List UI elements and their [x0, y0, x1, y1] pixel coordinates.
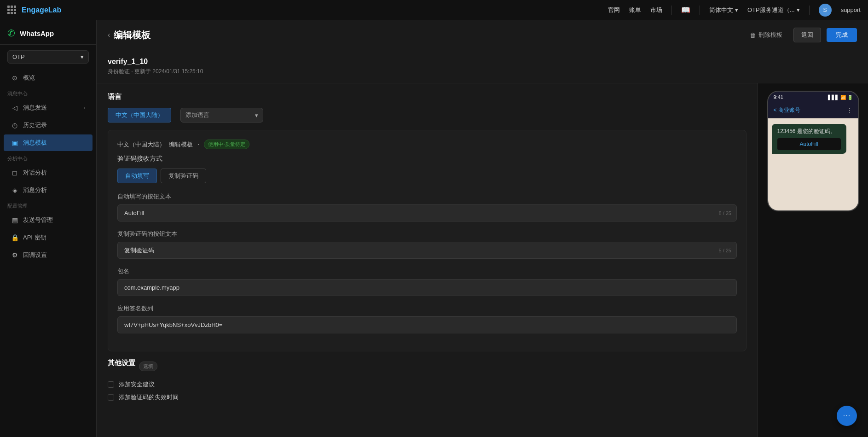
nav-link-home[interactable]: 官网 — [608, 6, 620, 14]
security-checkbox-item[interactable]: 添加安全建议 — [108, 380, 746, 389]
sidebar-item-label: 历史记录 — [23, 121, 47, 129]
security-checkbox[interactable] — [108, 381, 114, 388]
phone-time: 9:41 — [774, 94, 783, 100]
copy-code-tab[interactable]: 复制验证码 — [161, 169, 206, 183]
sidebar-item-overview[interactable]: ⊙ 概览 — [4, 70, 93, 86]
logo-text: EngageLab — [22, 6, 61, 14]
app-signature-input[interactable] — [117, 316, 737, 333]
auto-fill-tab[interactable]: 自动填写 — [117, 169, 157, 183]
autofill-char-count: 8 / 25 — [718, 210, 731, 216]
package-name-input[interactable] — [117, 279, 737, 296]
divider — [671, 6, 672, 15]
language-selector[interactable]: 简体中文 ▾ — [709, 6, 738, 14]
chat-dots-icon: ··· — [843, 412, 851, 420]
add-lang-placeholder: 添加语言 — [185, 111, 209, 119]
sidebar-item-conversation[interactable]: ◻ 对话分析 — [4, 164, 93, 181]
whatsapp-icon: ✆ — [7, 28, 15, 39]
read-icon[interactable]: 📖 — [681, 6, 690, 14]
sidebar-item-label: 概览 — [23, 74, 35, 82]
add-language-selector[interactable]: 添加语言 ▾ — [180, 108, 263, 122]
grid-menu-icon[interactable] — [7, 6, 16, 14]
sidebar-item-api[interactable]: 🔒 API 密钥 — [4, 229, 93, 246]
sidebar: ✆ WhatsApp OTP ▾ ⊙ 概览 消息中心 ◁ 消息发送 › ◷ 历史… — [0, 20, 97, 437]
api-icon: 🔒 — [11, 234, 18, 241]
copy-char-count: 5 / 25 — [718, 248, 731, 253]
edit-lang-name: 中文（中国大陆） — [117, 140, 165, 149]
send-icon: ◁ — [11, 104, 18, 111]
expiry-checkbox-item[interactable]: 添加验证码的失效时间 — [108, 393, 746, 402]
otp-section: 中文（中国大陆） 编辑模板 · 使用中-质量待定 验证码接收方式 自动填写 复制… — [108, 130, 746, 351]
user-avatar[interactable]: S — [819, 4, 832, 17]
wifi-icon: 📶 — [840, 95, 846, 100]
sidebar-brand: ✆ WhatsApp — [0, 20, 96, 45]
sidebar-item-templates[interactable]: ▣ 消息模板 — [4, 134, 93, 151]
edit-template-label: 编辑模板 — [169, 140, 193, 149]
phone-menu-icon[interactable]: ⋮ — [846, 107, 853, 114]
app-signature-label: 应用签名数列 — [117, 304, 737, 313]
back-button[interactable]: ‹ — [108, 31, 110, 39]
autofill-button-field: 自动填写的按钮文本 8 / 25 — [117, 192, 737, 221]
autofill-preview-button[interactable]: AutoFill — [777, 138, 841, 150]
user-name[interactable]: support — [841, 6, 861, 13]
sidebar-item-label: 消息模板 — [23, 139, 47, 147]
template-icon: ▣ — [11, 139, 18, 146]
user-initial: S — [823, 7, 827, 13]
expiry-checkbox[interactable] — [108, 394, 114, 401]
analysis-icon: ◈ — [11, 186, 18, 194]
otp-channel-selector[interactable]: OTP ▾ — [7, 50, 89, 64]
trash-icon: 🗑 — [750, 32, 756, 39]
sidebar-item-history[interactable]: ◷ 历史记录 — [4, 117, 93, 134]
autofill-button-label: 自动填写的按钮文本 — [117, 192, 737, 201]
copy-button-input[interactable] — [117, 242, 737, 259]
receive-mode-label: 验证码接收方式 — [117, 155, 737, 163]
receive-mode-tabs: 自动填写 复制验证码 — [117, 169, 737, 183]
sidebar-item-label: 消息发送 — [23, 104, 47, 112]
sidebar-item-callback[interactable]: ⚙ 回调设置 — [4, 247, 93, 263]
app-logo: EngageLab — [22, 6, 61, 14]
chevron-down-icon: ▾ — [255, 112, 258, 119]
copy-button-field: 复制验证码的按钮文本 5 / 25 — [117, 230, 737, 259]
other-settings-section: 其他设置 选填 添加安全建议 添加验证码的失效时间 — [108, 359, 746, 402]
nav-link-market[interactable]: 市场 — [650, 6, 662, 14]
page-header-left: ‹ 编辑模板 — [108, 29, 150, 41]
signature-input-wrap — [117, 316, 737, 333]
selected-language-tab[interactable]: 中文（中国大陆） — [108, 108, 171, 122]
other-settings-title: 其他设置 — [108, 359, 135, 367]
nav-link-billing[interactable]: 账单 — [629, 6, 641, 14]
expiry-checkbox-label: 添加验证码的失效时间 — [119, 393, 179, 402]
complete-button[interactable]: 完成 — [827, 28, 857, 42]
sidebar-item-label: 对话分析 — [23, 169, 47, 177]
page-header-right: 🗑 删除模板 返回 完成 — [744, 28, 857, 42]
phone-back-button[interactable]: < 商业账号 — [774, 106, 800, 114]
sidebar-item-message-analysis[interactable]: ◈ 消息分析 — [4, 182, 93, 198]
phone-shell: 9:41 ▋▋▋ 📶 🔋 < 商业账号 ⋮ — [767, 91, 859, 211]
phone-signals: ▋▋▋ 📶 🔋 — [828, 95, 853, 100]
language-section-title: 语言 — [108, 93, 746, 101]
signal-bars-icon: ▋▋▋ — [828, 95, 839, 100]
sender-icon: ▤ — [11, 216, 18, 224]
security-checkbox-label: 添加安全建议 — [119, 380, 155, 389]
copy-input-wrap: 5 / 25 — [117, 242, 737, 259]
service-selector[interactable]: OTP服务通道（... ▾ — [747, 6, 800, 14]
battery-icon: 🔋 — [847, 95, 853, 100]
phone-chat-body: 123456 是您的验证码。 AutoFill — [768, 118, 858, 210]
history-icon: ◷ — [11, 122, 18, 129]
content-area: ‹ 编辑模板 🗑 删除模板 返回 完成 verify_1_10 身份验证 · 更… — [97, 20, 868, 437]
section-label-analytics: 分析中心 — [0, 151, 96, 164]
sidebar-item-send[interactable]: ◁ 消息发送 › — [4, 99, 93, 116]
message-text: 123456 是您的验证码。 — [777, 128, 836, 134]
optional-tag: 选填 — [139, 361, 157, 371]
autofill-button-input[interactable] — [117, 204, 737, 221]
sidebar-item-label: 回调设置 — [23, 251, 47, 259]
package-name-field: 包名 — [117, 267, 737, 296]
top-nav-left: EngageLab — [7, 6, 61, 14]
language-label: 简体中文 — [709, 6, 733, 14]
return-button[interactable]: 返回 — [793, 28, 821, 42]
sidebar-item-sender[interactable]: ▤ 发送号管理 — [4, 212, 93, 228]
main-scroll: 语言 中文（中国大陆） 添加语言 ▾ 中文（中国大陆） 编辑模板 — [97, 83, 868, 437]
delete-template-button[interactable]: 🗑 删除模板 — [744, 28, 788, 42]
chat-fab-button[interactable]: ··· — [837, 406, 857, 426]
conversation-icon: ◻ — [11, 169, 18, 176]
package-input-wrap — [117, 279, 737, 296]
chevron-down-icon: ▾ — [735, 6, 738, 13]
